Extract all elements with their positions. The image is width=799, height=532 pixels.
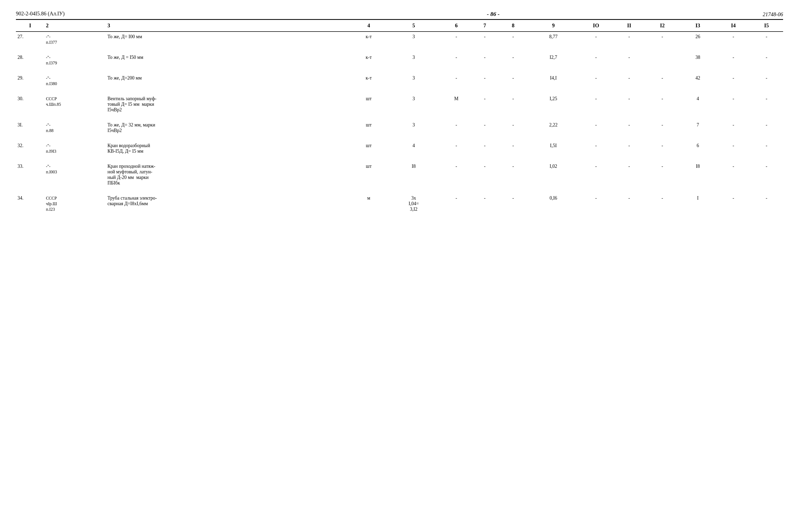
row-col12 [646, 53, 679, 68]
spacer-row [16, 188, 783, 193]
row-ref: -"-п.I379 [44, 53, 106, 68]
header-left: 902-2-04I5.86 (Ал.IУ) [16, 11, 65, 17]
row-unit: к-т [352, 73, 385, 89]
row-number: 30. [16, 94, 44, 115]
row-col10: - [579, 32, 613, 47]
row-col11: - [613, 120, 646, 135]
row-col14: - [717, 162, 750, 188]
col-header-8: 8 [499, 20, 527, 32]
row-col6: - [442, 193, 470, 214]
row-number: 34. [16, 193, 44, 214]
spacer-row [16, 156, 783, 162]
row-col5: 3 [385, 120, 442, 135]
col-header-14: I4 [717, 20, 750, 32]
row-unit: шт [352, 162, 385, 188]
row-col8: - [499, 53, 527, 68]
main-table: I 2 3 4 5 6 7 8 9 IO II I2 I3 I4 I5 27. … [16, 19, 783, 214]
row-number: 32. [16, 141, 44, 156]
row-col5: 3 [385, 73, 442, 89]
row-col9: I2,7 [527, 53, 579, 68]
row-col12: - [646, 193, 679, 214]
row-col12: - [646, 120, 679, 135]
row-ref: -"-п.I377 [44, 32, 106, 47]
row-col12: - [646, 94, 679, 115]
row-col6: - [442, 120, 470, 135]
spacer-row [16, 89, 783, 94]
row-unit: шт [352, 94, 385, 115]
col-header-1: I [16, 20, 44, 32]
row-desc: То же, Д= I00 мм [106, 32, 352, 47]
row-col7: - [470, 141, 499, 156]
row-col8: - [499, 193, 527, 214]
row-ref: -"-п.88 [44, 120, 106, 135]
row-col12: - [646, 32, 679, 47]
row-col11: - [613, 73, 646, 89]
row-col15: - [750, 53, 783, 68]
row-col13: 4 [679, 94, 717, 115]
row-col9: I4,I [527, 73, 579, 89]
row-col9: I,5I [527, 141, 579, 156]
col-header-12: I2 [646, 20, 679, 32]
row-ref: СССРч.Шп.85 [44, 94, 106, 115]
spacer-row [16, 135, 783, 141]
row-col13: 38 [679, 53, 717, 68]
row-col6: - [442, 141, 470, 156]
row-col5: 4 [385, 141, 442, 156]
row-unit: м [352, 193, 385, 214]
row-col6: - [442, 32, 470, 47]
row-col10: - [579, 94, 613, 115]
row-col12: - [646, 162, 679, 188]
row-col9: I,02 [527, 162, 579, 188]
row-desc: Кран водоразборныйКВ-I5Д, Д= I5 мм [106, 141, 352, 156]
spacer-row [16, 47, 783, 53]
table-row: 27. -"-п.I377 То же, Д= I00 мм к-т 3 - -… [16, 32, 783, 47]
row-col7: - [470, 53, 499, 68]
row-col11: - [613, 141, 646, 156]
row-unit: шт [352, 141, 385, 156]
row-col13: 26 [679, 32, 717, 47]
row-col14: - [717, 193, 750, 214]
table-row: 32. -"-п.I9I3 Кран водоразборныйКВ-I5Д, … [16, 141, 783, 156]
row-ref: СССРчIр.Шп.I23 [44, 193, 106, 214]
row-desc: То же, Д= 32 мм, маркиI5чВр2 [106, 120, 352, 135]
row-col15: - [750, 162, 783, 188]
row-col6: - [442, 53, 470, 68]
row-col13: I [679, 193, 717, 214]
row-col5: 3 [385, 32, 442, 47]
row-col9: 8,77 [527, 32, 579, 47]
row-col14: - [717, 141, 750, 156]
row-col15: - [750, 73, 783, 89]
row-col13: 6 [679, 141, 717, 156]
row-number: 29. [16, 73, 44, 89]
row-col13: 7 [679, 120, 717, 135]
header-right: 21748-06 [763, 12, 783, 18]
row-col15: - [750, 193, 783, 214]
row-number: 33. [16, 162, 44, 188]
row-number: 28. [16, 53, 44, 68]
row-unit: к-т [352, 32, 385, 47]
row-col7: - [470, 193, 499, 214]
row-desc: Кран проходной натяж-ной муфтовый, латун… [106, 162, 352, 188]
row-col6: М [442, 94, 470, 115]
row-col10: - [579, 141, 613, 156]
row-col12: - [646, 141, 679, 156]
row-col15: - [750, 141, 783, 156]
spacer-row [16, 115, 783, 120]
col-header-3: 3 [106, 20, 352, 32]
row-col15: - [750, 32, 783, 47]
row-col9: 2,22 [527, 120, 579, 135]
row-col5: 3 [385, 53, 442, 68]
table-row: 34. СССРчIр.Шп.I23 Труба стальная электр… [16, 193, 783, 214]
row-col8: - [499, 162, 527, 188]
col-header-9: 9 [527, 20, 579, 32]
row-col14: - [717, 94, 750, 115]
row-col11: - [613, 94, 646, 115]
column-header-row: I 2 3 4 5 6 7 8 9 IO II I2 I3 I4 I5 [16, 20, 783, 32]
row-ref: -"-п.I003 [44, 162, 106, 188]
row-col9: 0,I6 [527, 193, 579, 214]
row-desc: То же, Д = I50 мм [106, 53, 352, 68]
col-header-6: 6 [442, 20, 470, 32]
row-col7: - [470, 120, 499, 135]
table-row: 33. -"-п.I003 Кран проходной натяж-ной м… [16, 162, 783, 188]
row-number: 3I. [16, 120, 44, 135]
